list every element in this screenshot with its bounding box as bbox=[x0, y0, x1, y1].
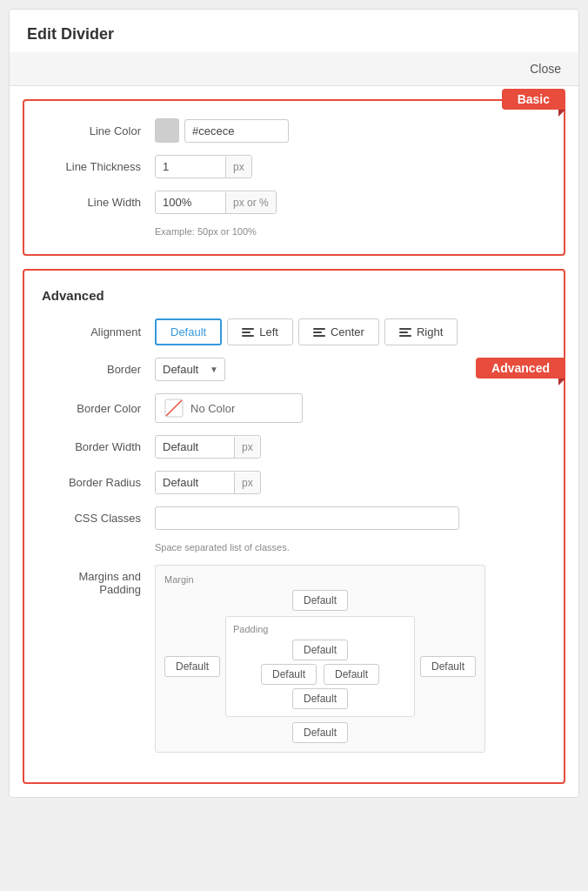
border-color-row: Border Color No Color bbox=[42, 393, 546, 423]
border-width-input[interactable] bbox=[156, 436, 234, 458]
line-width-suffix: px or % bbox=[225, 192, 276, 213]
page-title: Edit Divider bbox=[10, 10, 578, 52]
margin-right-button[interactable]: Default bbox=[420, 656, 476, 677]
align-right-icon bbox=[399, 328, 411, 337]
alignment-default-button[interactable]: Default bbox=[155, 318, 222, 345]
margin-label: Margin bbox=[164, 574, 476, 585]
margin-bottom-row: Default bbox=[164, 722, 476, 743]
line-color-label: Line Color bbox=[42, 124, 155, 137]
border-radius-suffix: px bbox=[234, 472, 260, 493]
padding-top-row: Default bbox=[233, 640, 407, 660]
advanced-badge: Advanced bbox=[476, 358, 565, 379]
border-width-row: Border Width px bbox=[42, 435, 546, 459]
margin-top-button[interactable]: Default bbox=[292, 590, 348, 611]
alignment-left-button[interactable]: Left bbox=[227, 318, 293, 345]
advanced-section: Advanced Advanced Alignment Default Left bbox=[23, 269, 565, 784]
border-width-suffix: px bbox=[234, 437, 260, 458]
alignment-right-button[interactable]: Right bbox=[384, 318, 458, 345]
align-center-icon bbox=[313, 328, 325, 337]
border-color-field[interactable]: No Color bbox=[155, 393, 303, 423]
margin-left-button[interactable]: Default bbox=[164, 656, 220, 677]
line-width-hint: Example: 50px or 100% bbox=[155, 226, 546, 237]
line-width-label: Line Width bbox=[42, 196, 155, 209]
line-thickness-row: Line Thickness px bbox=[42, 155, 546, 178]
close-button[interactable]: Close bbox=[530, 62, 561, 76]
alignment-group: Default Left Center bbox=[155, 318, 458, 345]
line-thickness-label: Line Thickness bbox=[42, 160, 155, 173]
border-radius-controls: px bbox=[155, 471, 261, 494]
css-classes-row: CSS Classes bbox=[42, 506, 546, 530]
padding-bottom-row: Default bbox=[233, 688, 407, 709]
padding-top-button[interactable]: Default bbox=[292, 640, 348, 660]
no-color-icon bbox=[164, 399, 184, 418]
border-color-label: Border Color bbox=[42, 402, 155, 415]
line-color-controls bbox=[155, 118, 289, 143]
alignment-default-label: Default bbox=[170, 325, 206, 338]
padding-box: Padding Default Default Default Default bbox=[225, 616, 415, 717]
css-classes-input[interactable] bbox=[155, 506, 459, 530]
line-thickness-input[interactable] bbox=[156, 156, 225, 178]
margins-padding-row: Margins and Padding Margin Default Defau… bbox=[42, 565, 546, 753]
alignment-center-button[interactable]: Center bbox=[298, 318, 379, 345]
css-classes-hint: Space separated list of classes. bbox=[155, 542, 546, 553]
margin-top-row: Default bbox=[164, 590, 476, 611]
advanced-section-title: Advanced bbox=[42, 288, 546, 303]
alignment-row: Alignment Default Left Center bbox=[42, 318, 546, 345]
border-radius-label: Border Radius bbox=[42, 476, 155, 489]
alignment-label: Alignment bbox=[42, 325, 155, 338]
basic-badge: Basic bbox=[502, 89, 565, 110]
padding-bottom-button[interactable]: Default bbox=[292, 688, 348, 709]
padding-left-button[interactable]: Default bbox=[261, 664, 317, 685]
border-select-wrapper: Default None Solid Dashed Dotted ▼ bbox=[155, 358, 225, 381]
padding-right-button[interactable]: Default bbox=[324, 664, 379, 685]
border-row: Border Default None Solid Dashed Dotted … bbox=[42, 358, 546, 381]
line-width-controls: px or % bbox=[155, 191, 277, 214]
padding-middle-row: Default Default bbox=[233, 664, 407, 685]
align-left-icon bbox=[242, 328, 254, 337]
border-radius-row: Border Radius px bbox=[42, 471, 546, 494]
alignment-right-label: Right bbox=[417, 325, 443, 338]
line-width-input[interactable] bbox=[156, 191, 225, 213]
border-label: Border bbox=[42, 363, 155, 376]
margins-padding-label: Margins and Padding bbox=[42, 565, 155, 596]
border-select[interactable]: Default None Solid Dashed Dotted bbox=[155, 358, 225, 381]
line-thickness-suffix: px bbox=[225, 157, 251, 178]
margin-middle-row: Default Padding Default Default Default … bbox=[164, 616, 476, 717]
alignment-center-label: Center bbox=[331, 325, 364, 338]
alignment-left-label: Left bbox=[259, 325, 278, 338]
css-classes-label: CSS Classes bbox=[42, 512, 155, 525]
padding-label: Padding bbox=[233, 624, 407, 634]
no-color-text: No Color bbox=[190, 402, 235, 415]
line-thickness-controls: px bbox=[155, 155, 252, 178]
color-swatch[interactable] bbox=[155, 118, 179, 143]
page-container: Edit Divider Close Basic Line Color Line… bbox=[9, 9, 579, 798]
close-bar: Close bbox=[10, 52, 578, 86]
border-radius-input[interactable] bbox=[156, 472, 234, 493]
line-color-row: Line Color bbox=[42, 118, 546, 143]
basic-section: Basic Line Color Line Thickness px Line … bbox=[23, 99, 565, 256]
margin-padding-box: Margin Default Default Padding Default bbox=[155, 565, 485, 753]
border-width-controls: px bbox=[155, 435, 261, 459]
line-color-input[interactable] bbox=[184, 119, 289, 143]
line-width-row: Line Width px or % bbox=[42, 191, 546, 214]
margin-bottom-button[interactable]: Default bbox=[292, 722, 348, 743]
border-width-label: Border Width bbox=[42, 440, 155, 453]
